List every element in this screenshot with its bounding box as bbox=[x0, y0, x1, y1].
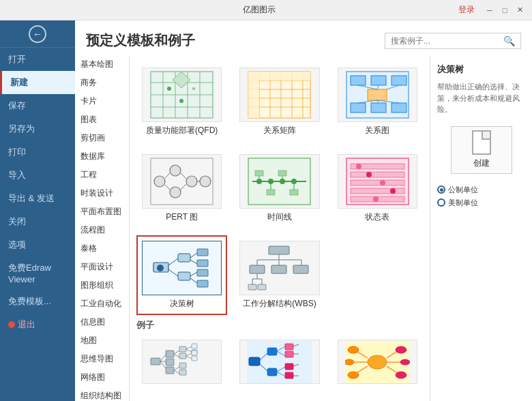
template-state-table[interactable]: 状态表 bbox=[332, 149, 423, 228]
template-thumb-relation-matrix bbox=[239, 68, 319, 122]
close-button[interactable]: ✕ bbox=[513, 3, 527, 17]
category-org[interactable]: 图形组织 bbox=[75, 276, 129, 295]
category-mindmap[interactable]: 思维导图 bbox=[75, 350, 129, 368]
svg-point-72 bbox=[390, 188, 396, 194]
category-business[interactable]: 商务 bbox=[75, 74, 129, 92]
svg-rect-67 bbox=[351, 188, 404, 194]
radio-metric[interactable]: 公制单位 bbox=[437, 185, 525, 195]
category-database[interactable]: 数据库 bbox=[75, 147, 129, 166]
template-thumb-decision-tree bbox=[142, 241, 222, 295]
svg-point-153 bbox=[348, 346, 359, 353]
template-area: 质量功能部署(QFD) bbox=[130, 55, 430, 401]
template-timeline[interactable]: 时间线 bbox=[234, 149, 325, 228]
category-chart[interactable]: 图表 bbox=[75, 110, 129, 129]
svg-line-75 bbox=[168, 258, 178, 265]
svg-rect-88 bbox=[269, 246, 289, 254]
category-industrial[interactable]: 工业自动化 bbox=[75, 295, 129, 313]
sidebar-item-exit[interactable]: 退出 bbox=[0, 313, 75, 336]
radio-imperial[interactable]: 美制单位 bbox=[437, 198, 525, 208]
template-label-relation-diagram: 关系图 bbox=[365, 125, 389, 136]
sidebar-item-export[interactable]: 导出 & 发送 bbox=[0, 187, 75, 210]
search-box: 🔍 bbox=[385, 33, 521, 49]
login-link[interactable]: 登录 bbox=[458, 4, 475, 16]
category-flat[interactable]: 平面设计 bbox=[75, 258, 129, 276]
category-map[interactable]: 地图 bbox=[75, 331, 129, 350]
sidebar-item-close[interactable]: 关闭 bbox=[0, 210, 75, 233]
svg-point-157 bbox=[400, 359, 410, 365]
svg-rect-78 bbox=[178, 272, 190, 280]
svg-rect-55 bbox=[255, 170, 263, 176]
template-qfd[interactable]: 质量功能部署(QFD) bbox=[136, 62, 227, 142]
template-relation-matrix[interactable]: 关系矩阵 bbox=[234, 62, 325, 142]
sidebar-item-save[interactable]: 保存 bbox=[0, 94, 75, 117]
template-thumb-timeline bbox=[239, 154, 319, 209]
example-3[interactable] bbox=[332, 334, 423, 389]
category-floor[interactable]: 平面布置图 bbox=[75, 203, 129, 221]
svg-rect-23 bbox=[248, 72, 310, 80]
search-input[interactable] bbox=[391, 36, 503, 46]
category-card[interactable]: 卡片 bbox=[75, 92, 129, 110]
svg-point-10 bbox=[179, 99, 183, 103]
svg-point-41 bbox=[170, 187, 181, 198]
svg-rect-140 bbox=[285, 372, 293, 378]
template-thumb-relation-diagram bbox=[338, 68, 417, 122]
category-flowchart[interactable]: 流程图 bbox=[75, 221, 129, 239]
template-wbs[interactable]: 工作分解结构(WBS) bbox=[234, 235, 325, 315]
sidebar-item-save-as[interactable]: 另存为 bbox=[0, 117, 75, 140]
category-infographic[interactable]: 信息图 bbox=[75, 313, 129, 331]
category-clip[interactable]: 剪切画 bbox=[75, 129, 129, 147]
category-tage[interactable]: 泰格 bbox=[75, 239, 129, 258]
svg-rect-77 bbox=[178, 254, 190, 262]
sidebar-item-options[interactable]: 选项 bbox=[0, 233, 75, 256]
sidebar-item-import[interactable]: 导入 bbox=[0, 164, 75, 187]
back-button[interactable]: ← bbox=[0, 20, 75, 48]
svg-rect-108 bbox=[166, 351, 174, 357]
svg-rect-66 bbox=[351, 180, 404, 185]
maximize-button[interactable]: □ bbox=[498, 3, 512, 17]
create-button[interactable]: 创建 bbox=[451, 126, 512, 174]
template-label-decision-tree: 决策树 bbox=[170, 298, 194, 310]
svg-line-79 bbox=[190, 253, 197, 258]
svg-point-54 bbox=[291, 179, 297, 184]
svg-rect-27 bbox=[391, 76, 407, 85]
category-engineering[interactable]: 工程 bbox=[75, 166, 129, 184]
svg-rect-85 bbox=[197, 269, 208, 276]
sidebar-item-templates[interactable]: 免费模板... bbox=[0, 290, 75, 313]
category-basic[interactable]: 基本绘图 bbox=[75, 55, 129, 74]
svg-rect-28 bbox=[351, 103, 366, 113]
template-pert[interactable]: PERT 图 bbox=[136, 149, 227, 228]
svg-line-76 bbox=[168, 269, 178, 276]
radio-imperial-label: 美制单位 bbox=[448, 198, 478, 208]
back-arrow-icon: ← bbox=[29, 25, 46, 43]
create-label: 创建 bbox=[473, 158, 490, 169]
template-decision-tree[interactable]: 决策树 bbox=[136, 235, 227, 315]
svg-rect-109 bbox=[166, 359, 174, 366]
category-orgchart[interactable]: 组织结构图 bbox=[75, 387, 129, 401]
svg-point-154 bbox=[345, 359, 354, 365]
main-container: ← 打开 新建 保存 另存为 打印 导入 导出 & 发送 关闭 选项 免费Edr bbox=[0, 20, 532, 401]
svg-rect-84 bbox=[197, 260, 208, 267]
svg-point-42 bbox=[186, 176, 197, 187]
svg-rect-25 bbox=[351, 76, 366, 85]
content-area: 预定义模板和例子 🔍 基本绘图 商务 卡片 图表 剪切画 数据库 工程 时装设计… bbox=[75, 20, 532, 401]
template-relation-diagram[interactable]: 关系图 bbox=[332, 62, 423, 142]
minimize-button[interactable]: ─ bbox=[483, 3, 497, 17]
category-network[interactable]: 网络图 bbox=[75, 368, 129, 387]
svg-rect-131 bbox=[267, 348, 277, 355]
svg-rect-121 bbox=[192, 344, 197, 348]
right-panel-title: 决策树 bbox=[437, 63, 525, 76]
unit-radio-group: 公制单位 美制单位 bbox=[437, 185, 525, 208]
sidebar-item-new[interactable]: 新建 bbox=[0, 71, 75, 94]
svg-point-52 bbox=[268, 179, 274, 184]
sidebar-item-viewer[interactable]: 免费Edraw Viewer bbox=[0, 256, 75, 290]
example-1[interactable] bbox=[136, 334, 227, 389]
content-body: 基本绘图 商务 卡片 图表 剪切画 数据库 工程 时装设计 平面布置图 流程图 … bbox=[75, 55, 532, 401]
svg-point-156 bbox=[396, 346, 407, 353]
sidebar-item-open[interactable]: 打开 bbox=[0, 48, 75, 71]
example-2[interactable] bbox=[234, 334, 325, 389]
category-fashion[interactable]: 时装设计 bbox=[75, 184, 129, 203]
template-label-state-table: 状态表 bbox=[365, 211, 389, 223]
sidebar-item-print[interactable]: 打印 bbox=[0, 140, 75, 164]
svg-rect-83 bbox=[197, 249, 208, 256]
svg-rect-139 bbox=[285, 363, 293, 370]
